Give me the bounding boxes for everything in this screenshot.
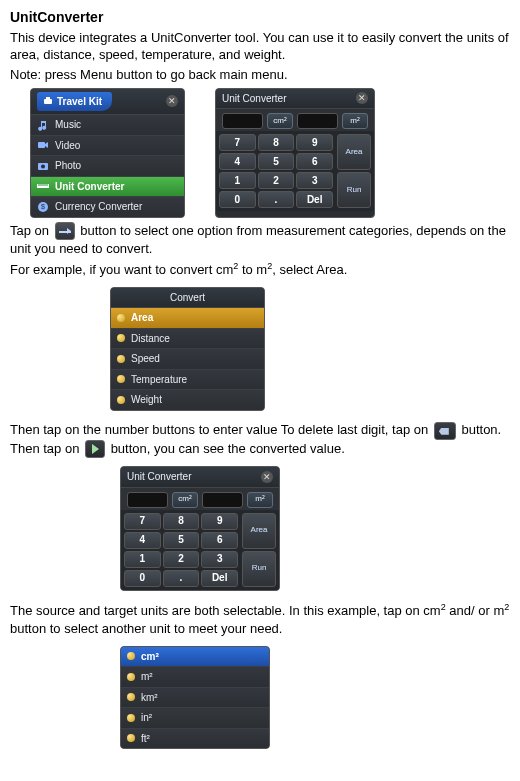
photo-icon [37, 160, 49, 172]
key-2[interactable]: 2 [163, 551, 200, 568]
key-0[interactable]: 0 [219, 191, 256, 208]
unit-item-m2[interactable]: m² [121, 666, 269, 687]
bullet-icon [117, 355, 125, 363]
run-icon [85, 440, 105, 458]
travelkit-item-photo[interactable]: Photo [31, 155, 184, 176]
unit-converter-screenshot-1: Unit Converter ✕ cm² m² 7 8 9 4 5 6 1 2 … [215, 88, 375, 218]
screenshot-row-1: Travel Kit ✕ Music Video Photo Unit Conv… [30, 88, 510, 218]
key-5[interactable]: 5 [258, 153, 295, 170]
unit-item-in2[interactable]: in² [121, 707, 269, 728]
key-9[interactable]: 9 [201, 513, 238, 530]
text-fragment: button, you can see the converted value. [111, 441, 345, 456]
key-6[interactable]: 6 [296, 153, 333, 170]
convert-item-weight[interactable]: Weight [111, 389, 264, 410]
bullet-icon [127, 734, 135, 742]
travelkit-item-label: Photo [55, 159, 81, 173]
key-4[interactable]: 4 [124, 532, 161, 549]
travelkit-item-label: Video [55, 139, 80, 153]
superscript-2: 2 [504, 602, 509, 612]
keypad-instruction-text: Then tap on the number buttons to enter … [10, 421, 510, 458]
unit-item-label: ft² [141, 732, 150, 746]
unit-source-button[interactable]: cm² [267, 113, 293, 129]
travelkit-item-label: Music [55, 118, 81, 132]
bullet-icon [127, 673, 135, 681]
side-buttons: Area Run [241, 510, 279, 590]
key-5[interactable]: 5 [163, 532, 200, 549]
key-4[interactable]: 4 [219, 153, 256, 170]
bullet-icon [117, 314, 125, 322]
unit-select-screenshot: cm² m² km² in² ft² [120, 646, 270, 754]
convert-item-area[interactable]: Area [111, 308, 264, 328]
key-8[interactable]: 8 [258, 134, 295, 151]
key-7[interactable]: 7 [219, 134, 256, 151]
video-icon [37, 139, 49, 151]
converter-titlebar: Unit Converter ✕ [121, 467, 279, 488]
close-icon: ✕ [166, 95, 178, 107]
input-value-field[interactable] [222, 113, 263, 129]
travelkit-item-label: Unit Converter [55, 180, 124, 194]
converter-title: Unit Converter [127, 470, 191, 484]
close-icon: ✕ [261, 471, 273, 483]
key-2[interactable]: 2 [258, 172, 295, 189]
area-category-button[interactable]: Area [337, 134, 371, 170]
keypad: 7 8 9 4 5 6 1 2 3 0 . Del [216, 131, 336, 211]
output-value-field [297, 113, 338, 129]
key-7[interactable]: 7 [124, 513, 161, 530]
key-del[interactable]: Del [201, 570, 238, 587]
convert-menu-titlebar: Convert [111, 288, 264, 309]
key-1[interactable]: 1 [219, 172, 256, 189]
travelkit-item-video[interactable]: Video [31, 135, 184, 156]
keypad: 7 8 9 4 5 6 1 2 3 0 . Del [121, 510, 241, 590]
unit-item-km2[interactable]: km² [121, 687, 269, 708]
bullet-icon [127, 714, 135, 722]
svg-text:$: $ [41, 203, 45, 210]
key-8[interactable]: 8 [163, 513, 200, 530]
run-convert-button[interactable]: Run [242, 551, 276, 587]
travelkit-item-currency[interactable]: $ Currency Converter [31, 196, 184, 217]
key-dot[interactable]: . [258, 191, 295, 208]
backspace-icon [434, 422, 456, 440]
unit-target-button[interactable]: m² [247, 492, 273, 508]
key-3[interactable]: 3 [201, 551, 238, 568]
text-fragment: Then tap on the number buttons to enter … [10, 422, 432, 437]
convert-item-speed[interactable]: Speed [111, 348, 264, 369]
converter-body: 7 8 9 4 5 6 1 2 3 0 . Del Area Run [216, 131, 374, 211]
unit-select-text: The source and target units are both sel… [10, 601, 510, 637]
category-button-icon [55, 222, 75, 240]
convert-item-label: Distance [131, 332, 170, 346]
convert-item-label: Speed [131, 352, 160, 366]
convert-item-temperature[interactable]: Temperature [111, 369, 264, 390]
convert-item-label: Weight [131, 393, 162, 407]
key-6[interactable]: 6 [201, 532, 238, 549]
area-category-button[interactable]: Area [242, 513, 276, 549]
run-convert-button[interactable]: Run [337, 172, 371, 208]
key-0[interactable]: 0 [124, 570, 161, 587]
key-dot[interactable]: . [163, 570, 200, 587]
text-fragment: button to select one option from measure… [10, 223, 506, 257]
unit-item-cm2[interactable]: cm² [121, 647, 269, 667]
convert-item-distance[interactable]: Distance [111, 328, 264, 349]
key-9[interactable]: 9 [296, 134, 333, 151]
converter-top-row: cm² m² [216, 109, 374, 131]
travel-kit-titlebar: Travel Kit ✕ [31, 89, 184, 116]
key-del[interactable]: Del [296, 191, 333, 208]
bullet-icon [117, 396, 125, 404]
unit-item-label: in² [141, 711, 152, 725]
unit-item-ft2[interactable]: ft² [121, 728, 269, 749]
unit-target-button[interactable]: m² [342, 113, 368, 129]
key-1[interactable]: 1 [124, 551, 161, 568]
input-value-field[interactable] [127, 492, 168, 508]
travel-kit-tab: Travel Kit [37, 92, 112, 112]
text-fragment: and/ or m [446, 604, 505, 619]
travelkit-item-unit-converter[interactable]: Unit Converter [31, 176, 184, 197]
key-3[interactable]: 3 [296, 172, 333, 189]
travel-kit-title: Travel Kit [57, 95, 102, 109]
travelkit-item-label: Currency Converter [55, 200, 142, 214]
unit-source-button[interactable]: cm² [172, 492, 198, 508]
convert-menu-title: Convert [170, 291, 205, 305]
text-fragment: to m [238, 262, 267, 277]
unit-item-label: m² [141, 670, 153, 684]
travelkit-item-music[interactable]: Music [31, 115, 184, 135]
convert-menu-screenshot: Convert Area Distance Speed Temperature … [110, 287, 265, 416]
close-icon: ✕ [356, 92, 368, 104]
